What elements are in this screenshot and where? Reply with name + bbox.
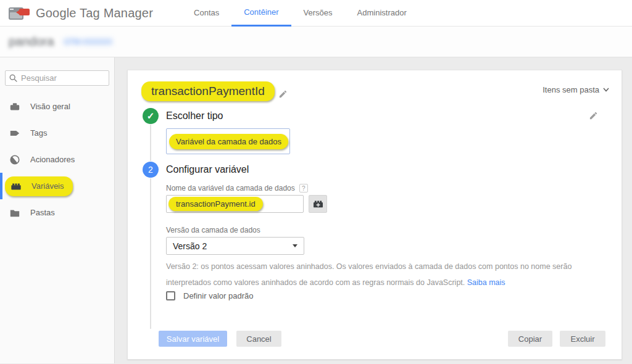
top-navigation-bar: Google Tag Manager Contas Contêiner Vers…: [0, 0, 632, 27]
folder-dropdown-label: Itens sem pasta: [543, 85, 599, 94]
insert-variable-button[interactable]: [309, 195, 327, 213]
sidebar-item-acionadores[interactable]: Acionadores: [0, 146, 114, 173]
variable-brick-plus-icon: [313, 199, 323, 209]
step-connector-line: [150, 178, 151, 329]
default-value-row[interactable]: Definir valor padrão: [166, 291, 253, 300]
gtm-logo-icon: [9, 5, 30, 21]
step1-check-icon: ✓: [143, 108, 159, 124]
variable-editor-card: transactionPaymentId Itens sem pasta ✓ E…: [127, 70, 622, 360]
overview-icon: [9, 101, 21, 113]
folder-dropdown[interactable]: Itens sem pasta: [543, 85, 609, 94]
variable-name-value: transactionPayment.id: [168, 197, 263, 211]
edit-type-icon[interactable]: [589, 111, 598, 120]
tab-administrador[interactable]: Administrador: [345, 0, 419, 27]
sidebar-item-tags[interactable]: Tags: [0, 120, 114, 146]
saiba-mais-link[interactable]: Saiba mais: [467, 278, 505, 287]
delete-button[interactable]: Excluir: [560, 331, 605, 347]
step2-number-badge: 2: [143, 162, 159, 178]
search-box[interactable]: [5, 70, 109, 86]
annotation-highlight: Variáveis: [5, 176, 73, 196]
tab-contas[interactable]: Contas: [181, 0, 231, 27]
account-name-blurred[interactable]: pandora: [9, 35, 54, 49]
chevron-down-icon: [603, 88, 609, 92]
copy-button[interactable]: Copiar: [508, 331, 552, 347]
search-input[interactable]: [21, 73, 101, 83]
default-value-checkbox[interactable]: [166, 291, 175, 300]
search-icon: [9, 74, 17, 82]
version-label: Versão da camada de dados: [166, 226, 260, 234]
tab-conteiner[interactable]: Contêiner: [231, 0, 291, 27]
topnav-tabs: Contas Contêiner Versões Administrador: [181, 0, 419, 27]
tab-versoes[interactable]: Versões: [291, 0, 345, 27]
variable-brick-icon: [10, 180, 22, 192]
sidebar-item-label: Tags: [30, 128, 47, 138]
version-help-text: Versão 2: os pontos acessam valores anin…: [166, 259, 598, 291]
sidebar-item-variaveis[interactable]: Variáveis: [0, 173, 114, 199]
select-arrow-icon: [293, 244, 297, 247]
version-select-value: Versão 2: [173, 241, 293, 251]
default-value-label: Definir valor padrão: [183, 291, 253, 300]
save-variable-button[interactable]: Salvar variável: [159, 331, 227, 347]
sidebar-item-label: Pastas: [30, 208, 55, 217]
edit-title-icon[interactable]: [278, 89, 288, 99]
sidebar-item-pastas[interactable]: Pastas: [0, 199, 114, 226]
variable-type-value: Variável da camada de dados: [169, 134, 288, 149]
container-id-blurred[interactable]: GTM-XXXXXX: [64, 38, 112, 46]
sidebar: Visão geral Tags Acionadores: [0, 57, 115, 363]
content-area: Visão geral Tags Acionadores: [0, 57, 632, 363]
variable-name-label: Nome da variável da camada de dados ?: [166, 184, 308, 192]
sidebar-item-visao-geral[interactable]: Visão geral: [0, 93, 114, 120]
help-icon[interactable]: ?: [299, 184, 308, 192]
version-select[interactable]: Versão 2: [166, 237, 304, 255]
folder-icon: [9, 207, 21, 219]
step1-heading: Escolher tipo: [166, 110, 223, 122]
sidebar-item-label: Variáveis: [31, 181, 64, 191]
cancel-button[interactable]: Cancel: [236, 331, 281, 347]
sidebar-item-label: Visão geral: [30, 102, 70, 111]
sidebar-item-label: Acionadores: [30, 155, 75, 164]
brand-title: Google Tag Manager: [36, 6, 153, 20]
variable-name-input[interactable]: transactionPayment.id: [166, 195, 304, 213]
page-title: transactionPaymentId: [141, 81, 275, 101]
step2-heading: Configurar variável: [166, 164, 249, 175]
account-subheader: pandora GTM-XXXXXX: [0, 27, 632, 57]
variable-type-box[interactable]: Variável da camada de dados: [166, 128, 290, 154]
trigger-icon: [9, 154, 21, 166]
tag-icon: [9, 127, 21, 139]
step-connector-line: [150, 125, 151, 161]
